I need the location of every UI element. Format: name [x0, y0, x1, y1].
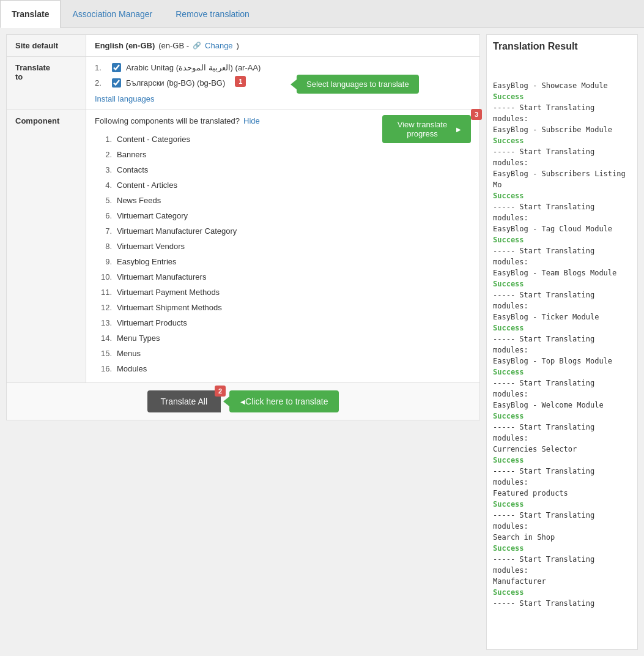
tab-association-manager[interactable]: Association Manager	[61, 0, 164, 28]
comp-num: 9.	[95, 257, 112, 266]
component-list-item: 6.Virtuemart Category	[95, 208, 471, 223]
component-cell: Following components will be translated?…	[86, 110, 480, 383]
component-label: Component	[7, 110, 86, 383]
log-line: Manufacturer	[493, 576, 631, 587]
component-list-item: 2.Banners	[95, 147, 471, 162]
badge-2: 2	[215, 386, 226, 397]
component-list-item: 16.Modules	[95, 361, 471, 376]
main-layout: Site default English (en-GB) (en-GB - 🔗 …	[0, 28, 644, 656]
component-list-item: 5.News Feeds	[95, 193, 471, 208]
component-list-item: 9.Easyblog Entries	[95, 254, 471, 269]
site-default-value-cell: English (en-GB) (en-GB - 🔗 Change )	[86, 35, 480, 57]
component-row: Component Following components will be t…	[7, 110, 480, 383]
component-list-item: 14.Menu Types	[95, 330, 471, 346]
log-line: Success	[493, 411, 631, 422]
log-line: Search in Shop	[493, 532, 631, 543]
hide-link[interactable]: Hide	[243, 116, 260, 125]
log-line: Success	[493, 190, 631, 201]
external-link-icon: 🔗	[193, 42, 201, 50]
component-list-item: 7.Virtuemart Manufacturer Category	[95, 223, 471, 239]
log-line: Success	[493, 322, 631, 334]
click-translate-wrapper: Click here to translate	[221, 390, 339, 412]
bottom-bar: Translate All 2 Click here to translate	[6, 383, 480, 420]
log-line: Success	[493, 367, 631, 378]
install-languages-link[interactable]: Install languages	[95, 94, 155, 103]
comp-num: 15.	[95, 349, 112, 358]
log-line: ----- Start Translating modules:	[493, 378, 631, 400]
badge-lang-1: 1	[235, 76, 246, 87]
log-line: ----- Start Translating modules:	[493, 245, 631, 267]
log-line: Featured products	[493, 488, 631, 499]
component-list-item: 11.Virtuemart Payment Methods	[95, 285, 471, 300]
comp-num: 10.	[95, 272, 112, 281]
log-line: Success	[493, 135, 631, 146]
component-list-item: 13.Virtuemart Products	[95, 315, 471, 330]
log-line: Success	[493, 234, 631, 245]
change-link[interactable]: Change	[205, 41, 233, 50]
comp-name: Virtuemart Products	[117, 318, 187, 327]
select-languages-tooltip[interactable]: Select languages to translate	[297, 75, 419, 94]
log-line: ----- Start Translating modules:	[493, 554, 631, 576]
tab-translate-label: Translate	[12, 9, 49, 19]
translate-all-wrapper: Translate All 2	[147, 390, 221, 412]
log-line: Success	[493, 91, 631, 102]
comp-name: Virtuemart Vendors	[117, 242, 185, 251]
translation-result-title: Translation Result	[493, 41, 631, 52]
component-label-text: Component	[15, 116, 59, 125]
log-line: ----- Start Translating modules:	[493, 334, 631, 356]
tab-remove-translation-label: Remove translation	[176, 9, 250, 19]
component-list-item: 3.Contacts	[95, 162, 471, 177]
log-line: Success	[493, 499, 631, 510]
log-line: EasyBlog - Top Blogs Module	[493, 356, 631, 367]
translate-to-text: Translateto	[15, 63, 50, 81]
log-line: ----- Start Translating modules:	[493, 201, 631, 223]
lang-num-1: 1.	[95, 63, 107, 72]
select-languages-label: Select languages to translate	[306, 80, 409, 89]
bottom-buttons: Translate All 2 Click here to translate	[147, 390, 339, 412]
comp-name: Virtuemart Manufacturers	[117, 272, 206, 281]
lang-name-2: Български (bg-BG) (bg-BG)	[126, 78, 225, 88]
translate-to-cell: 1. Arabic Unitag (العربية الموحدة) (ar-A…	[86, 57, 480, 110]
comp-num: 4.	[95, 181, 112, 190]
language-list: 1. Arabic Unitag (العربية الموحدة) (ar-A…	[95, 63, 471, 88]
comp-num: 8.	[95, 242, 112, 251]
view-translate-progress-button[interactable]: View translate progress 3	[382, 115, 471, 143]
comp-num: 13.	[95, 318, 112, 327]
translate-all-label: Translate All	[161, 397, 208, 406]
component-prefix: Following components will be translated?	[95, 116, 240, 125]
comp-name: Virtuemart Category	[117, 211, 188, 220]
component-list-item: 10.Virtuemart Manufacturers	[95, 269, 471, 285]
comp-name: Modules	[117, 364, 147, 373]
log-line: ----- Start Translating modules:	[493, 289, 631, 311]
log-line: EasyBlog - Team Blogs Module	[493, 267, 631, 278]
component-list-item: 4.Content - Articles	[95, 177, 471, 193]
log-line: Success	[493, 455, 631, 466]
log-line: ----- Start Translating modules:	[493, 466, 631, 488]
log-line: ----- Start Translating modules:	[493, 102, 631, 124]
comp-num: 16.	[95, 364, 112, 373]
comp-num: 12.	[95, 303, 112, 312]
tab-remove-translation[interactable]: Remove translation	[164, 0, 261, 28]
log-line: EasyBlog - Showcase Module	[493, 80, 631, 91]
lang-rest: (en-GB -	[158, 41, 189, 50]
log-line: Currencies Selector	[493, 444, 631, 455]
click-here-to-translate-button[interactable]: Click here to translate	[229, 390, 339, 412]
form-table: Site default English (en-GB) (en-GB - 🔗 …	[6, 34, 480, 383]
translate-all-button[interactable]: Translate All	[147, 390, 221, 412]
comp-name: Easyblog Entries	[117, 257, 177, 266]
lang-checkbox-2[interactable]	[112, 78, 121, 88]
log-line: EasyBlog - Ticker Module	[493, 311, 631, 322]
right-panel: Translation Result EasyBlog - Showcase M…	[486, 34, 638, 650]
translate-to-row: Translateto 1. Arabic Unitag (العربية ال…	[7, 57, 480, 110]
comp-name: Menus	[117, 349, 141, 358]
log-line: Success	[493, 278, 631, 289]
comp-num: 6.	[95, 211, 112, 220]
log-line: ----- Start Translating modules:	[493, 146, 631, 168]
comp-name: Virtuemart Payment Methods	[117, 288, 220, 297]
comp-name: Contacts	[117, 165, 148, 174]
site-default-label: Site default	[7, 35, 86, 57]
tab-translate[interactable]: Translate	[0, 0, 61, 28]
lang-checkbox-1[interactable]	[112, 63, 121, 72]
log-line: ----- Start Translating modules:	[493, 422, 631, 444]
comp-num: 7.	[95, 226, 112, 236]
